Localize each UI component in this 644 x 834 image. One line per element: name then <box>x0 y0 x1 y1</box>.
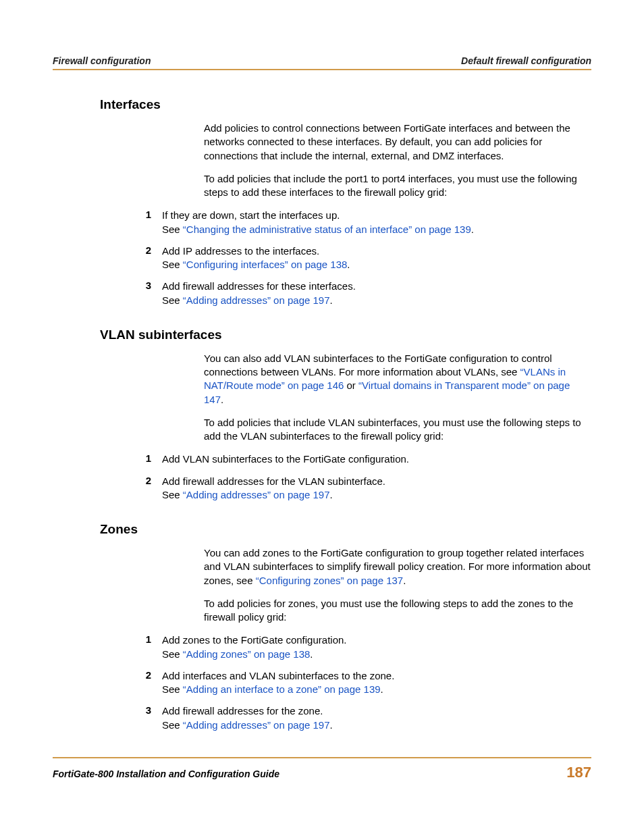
see-suffix: . <box>471 224 474 235</box>
list-text: Add firewall addresses for the VLAN subi… <box>162 475 385 487</box>
see-suffix: . <box>330 294 333 306</box>
vlan-para1-suffix: . <box>221 394 223 405</box>
see-prefix: See <box>162 259 183 270</box>
list-body: Add firewall addresses for the VLAN subi… <box>162 475 591 502</box>
list-text: Add IP addresses to the interfaces. <box>162 245 319 257</box>
xref-link[interactable]: “Configuring zones” on page 137 <box>256 575 403 586</box>
list-text: Add firewall addresses for these interfa… <box>162 280 356 292</box>
list-item: 3 Add firewall addresses for these inter… <box>139 280 591 307</box>
xref-link[interactable]: “Changing the administrative status of a… <box>183 224 471 235</box>
list-body: Add firewall addresses for the zone. See… <box>162 704 591 732</box>
see-suffix: . <box>330 719 333 731</box>
list-text: If they are down, start the interfaces u… <box>162 209 340 221</box>
footer-left: FortiGate-800 Installation and Configura… <box>53 768 279 779</box>
see-prefix: See <box>162 224 183 235</box>
interfaces-list: 1 If they are down, start the interfaces… <box>139 209 591 307</box>
see-suffix: . <box>330 489 333 500</box>
xref-link[interactable]: “Adding addresses” on page 197 <box>183 489 330 500</box>
see-prefix: See <box>162 294 183 306</box>
body-vlan: You can also add VLAN subinterfaces to t… <box>139 352 591 444</box>
interfaces-para1: Add policies to control connections betw… <box>204 122 591 163</box>
header-rule <box>53 69 591 70</box>
xref-link[interactable]: “Adding addresses” on page 197 <box>183 719 330 731</box>
list-text: Add VLAN subinterfaces to the FortiGate … <box>162 453 409 465</box>
xref-link[interactable]: “Configuring interfaces” on page 138 <box>183 259 348 270</box>
list-number: 2 <box>139 244 162 272</box>
zones-para1: You can add zones to the FortiGate confi… <box>204 546 591 588</box>
list-number: 1 <box>139 452 162 466</box>
see-prefix: See <box>162 489 183 500</box>
xref-link[interactable]: “Adding an interface to a zone” on page … <box>183 683 381 695</box>
heading-zones: Zones <box>100 522 591 537</box>
list-text: Add interfaces and VLAN subinterfaces to… <box>162 670 394 681</box>
list-body: Add zones to the FortiGate configuration… <box>162 633 591 661</box>
zones-para2: To add policies for zones, you must use … <box>204 597 591 625</box>
vlan-list: 1 Add VLAN subinterfaces to the FortiGat… <box>139 452 591 502</box>
list-body: Add interfaces and VLAN subinterfaces to… <box>162 669 591 697</box>
see-prefix: See <box>162 683 183 695</box>
body-interfaces: Add policies to control connections betw… <box>139 122 591 199</box>
list-item: 2 Add interfaces and VLAN subinterfaces … <box>139 669 591 697</box>
running-footer: FortiGate-800 Installation and Configura… <box>53 757 591 781</box>
page-number: 187 <box>566 764 591 781</box>
body-zones: You can add zones to the FortiGate confi… <box>139 546 591 624</box>
list-body: Add VLAN subinterfaces to the FortiGate … <box>162 452 591 466</box>
page-container: Firewall configuration Default firewall … <box>0 0 644 834</box>
list-number: 3 <box>139 280 162 307</box>
footer-row: FortiGate-800 Installation and Configura… <box>53 764 591 781</box>
heading-interfaces: Interfaces <box>100 97 591 112</box>
list-number: 1 <box>139 209 162 236</box>
see-suffix: . <box>310 648 313 660</box>
list-text: Add zones to the FortiGate configuration… <box>162 634 347 646</box>
list-item: 1 Add zones to the FortiGate configurati… <box>139 633 591 661</box>
list-item: 2 Add IP addresses to the interfaces. Se… <box>139 244 591 272</box>
list-body: Add firewall addresses for these interfa… <box>162 280 591 307</box>
list-item: 1 If they are down, start the interfaces… <box>139 209 591 236</box>
zones-list: 1 Add zones to the FortiGate configurati… <box>139 633 591 732</box>
list-body: If they are down, start the interfaces u… <box>162 209 591 236</box>
vlan-para2: To add policies that include VLAN subint… <box>204 416 591 444</box>
list-item: 1 Add VLAN subinterfaces to the FortiGat… <box>139 452 591 466</box>
footer-rule <box>53 757 591 758</box>
list-item: 2 Add firewall addresses for the VLAN su… <box>139 475 591 502</box>
list-number: 2 <box>139 669 162 697</box>
see-prefix: See <box>162 648 183 660</box>
list-body: Add IP addresses to the interfaces. See … <box>162 244 591 272</box>
header-left: Firewall configuration <box>53 55 151 66</box>
heading-vlan: VLAN subinterfaces <box>100 328 591 342</box>
vlan-para1-mid: or <box>344 380 358 391</box>
see-suffix: . <box>381 683 383 695</box>
header-right: Default firewall configuration <box>461 55 591 66</box>
list-number: 3 <box>139 704 162 732</box>
list-number: 2 <box>139 475 162 502</box>
xref-link[interactable]: “Adding zones” on page 138 <box>183 648 310 660</box>
list-text: Add firewall addresses for the zone. <box>162 705 323 716</box>
see-suffix: . <box>347 259 350 270</box>
interfaces-para2: To add policies that include the port1 t… <box>204 172 591 200</box>
running-header: Firewall configuration Default firewall … <box>53 55 591 69</box>
vlan-para1-prefix: You can also add VLAN subinterfaces to t… <box>204 353 552 377</box>
zones-para1-suffix: . <box>403 575 406 586</box>
list-number: 1 <box>139 633 162 661</box>
vlan-para1: You can also add VLAN subinterfaces to t… <box>204 352 591 407</box>
xref-link[interactable]: “Adding addresses” on page 197 <box>183 294 330 306</box>
see-prefix: See <box>162 719 183 731</box>
list-item: 3 Add firewall addresses for the zone. S… <box>139 704 591 732</box>
